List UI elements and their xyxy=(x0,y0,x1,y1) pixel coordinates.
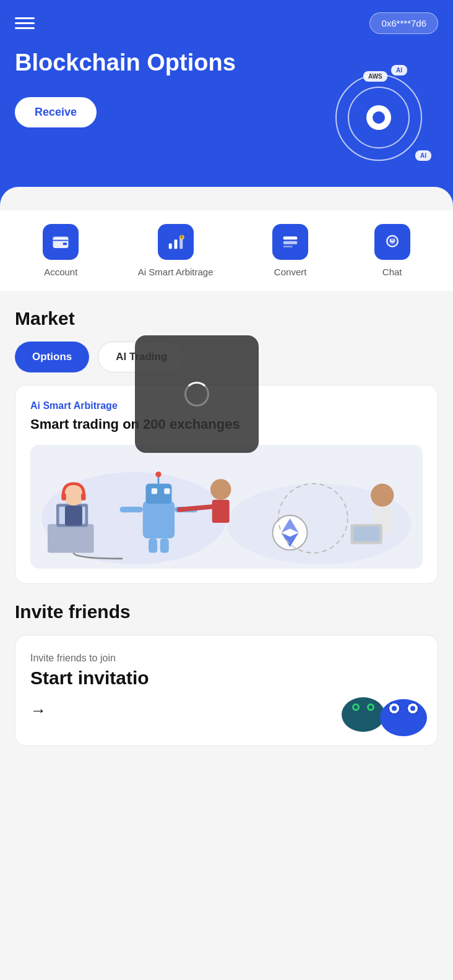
svg-point-34 xyxy=(210,479,231,500)
aws-tag: AWS xyxy=(363,71,387,82)
invite-section: Invite friends Invite friends to join St… xyxy=(15,601,438,746)
svg-point-41 xyxy=(371,483,394,506)
svg-rect-27 xyxy=(164,488,170,494)
svg-point-51 xyxy=(369,705,373,709)
chat-label: Chat xyxy=(382,266,402,278)
receive-button[interactable]: Receive xyxy=(15,97,97,127)
wallet-address-badge[interactable]: 0x6****7d6 xyxy=(369,12,438,34)
svg-point-14 xyxy=(394,239,395,240)
svg-point-50 xyxy=(354,705,358,709)
svg-rect-8 xyxy=(283,241,298,244)
svg-rect-7 xyxy=(283,236,298,239)
svg-rect-1 xyxy=(63,243,67,245)
header: 0x6****7d6 Blockchain Options Receive AW… xyxy=(0,0,453,210)
hamburger-menu[interactable] xyxy=(15,17,35,29)
header-top: 0x6****7d6 xyxy=(15,12,438,34)
nav-icons: Account $ Ai Smart Arbitrage Convert xyxy=(0,209,453,291)
ai-trading-tab-container: AI Trading xyxy=(98,342,185,372)
tab-options[interactable]: Options xyxy=(15,342,89,372)
svg-text:$: $ xyxy=(181,235,183,239)
svg-rect-23 xyxy=(65,505,82,526)
market-tabs: Options AI Trading xyxy=(15,342,438,372)
svg-line-36 xyxy=(179,507,212,510)
svg-rect-3 xyxy=(174,239,177,249)
ai-smart-arbitrage-label: Ai Smart Arbitrage xyxy=(138,266,214,278)
nav-item-ai-smart-arbitrage[interactable]: $ Ai Smart Arbitrage xyxy=(138,224,214,278)
invite-section-title: Invite friends xyxy=(15,601,438,622)
convert-icon-box xyxy=(272,224,308,260)
account-label: Account xyxy=(44,266,77,278)
svg-point-13 xyxy=(390,239,391,240)
svg-rect-35 xyxy=(212,499,230,522)
svg-rect-44 xyxy=(353,526,379,541)
market-title: Market xyxy=(15,308,438,329)
svg-point-52 xyxy=(380,699,427,736)
svg-point-45 xyxy=(342,697,385,732)
wallet-icon xyxy=(51,233,70,251)
loading-spinner xyxy=(184,382,209,406)
svg-rect-21 xyxy=(61,493,66,500)
svg-rect-17 xyxy=(48,523,94,552)
svg-rect-2 xyxy=(168,244,171,249)
arbitrage-illustration xyxy=(30,445,423,569)
svg-rect-9 xyxy=(283,246,293,247)
main-content: Market Options AI Trading Ai Smart Arbit… xyxy=(0,291,453,763)
account-icon-box xyxy=(43,224,79,260)
svg-rect-30 xyxy=(120,507,143,512)
svg-point-29 xyxy=(155,471,161,477)
ai-tag-1: AI xyxy=(391,65,407,75)
convert-icon xyxy=(281,233,300,251)
loading-overlay xyxy=(135,335,259,453)
nav-item-convert[interactable]: Convert xyxy=(265,224,315,278)
svg-rect-33 xyxy=(160,538,169,552)
svg-point-58 xyxy=(410,706,415,711)
svg-rect-26 xyxy=(152,488,157,494)
chat-icon-box xyxy=(374,224,410,260)
svg-rect-24 xyxy=(143,501,175,538)
svg-rect-32 xyxy=(149,538,157,552)
ai-tag-2: AI xyxy=(415,150,431,161)
chat-icon xyxy=(383,233,402,251)
ai-arbitrage-icon-box: $ xyxy=(158,224,194,260)
invite-graphic xyxy=(332,671,431,746)
convert-label: Convert xyxy=(274,266,307,278)
header-graphic: AWS AI AI xyxy=(311,62,434,173)
svg-rect-22 xyxy=(81,493,85,500)
invite-card: Invite friends to join Start invitatio → xyxy=(15,635,438,746)
nav-item-chat[interactable]: Chat xyxy=(368,224,417,278)
header-title: Blockchain Options xyxy=(15,49,248,77)
invite-subtitle: Invite friends to join xyxy=(30,653,423,664)
svg-point-57 xyxy=(392,706,397,711)
chart-icon: $ xyxy=(166,233,185,251)
nav-item-account[interactable]: Account xyxy=(36,224,85,278)
market-section: Market Options AI Trading Ai Smart Arbit… xyxy=(15,308,438,584)
